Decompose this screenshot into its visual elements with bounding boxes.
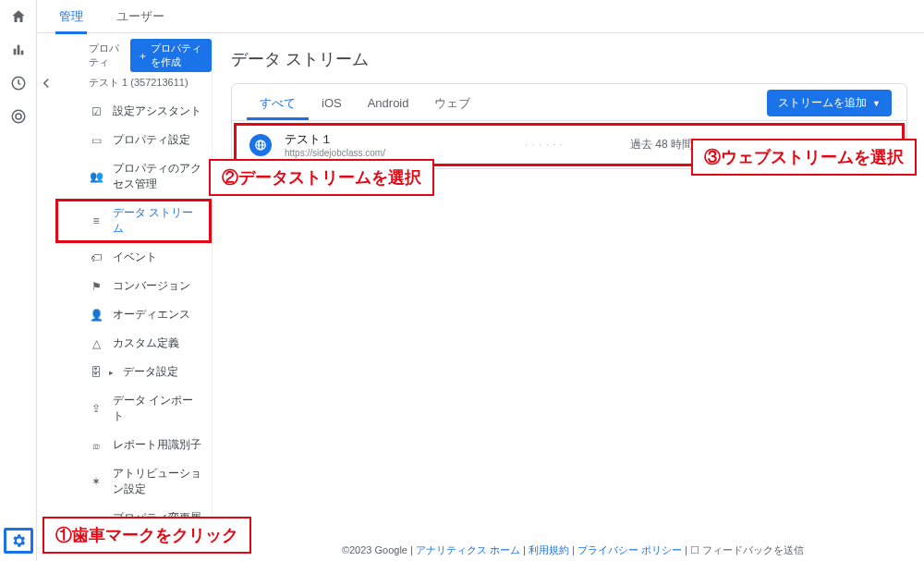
home-icon[interactable]: [9, 7, 28, 26]
explore-icon[interactable]: [9, 74, 28, 92]
page-title: データ ストリーム: [231, 48, 907, 70]
custom-icon: △: [89, 336, 103, 351]
menu-data-import[interactable]: ⇪データ インポート: [55, 386, 212, 431]
property-label: プロパティ: [89, 42, 125, 69]
property-name: テスト 1 (357213611): [55, 76, 212, 90]
tab-admin[interactable]: 管理: [55, 0, 87, 34]
admin-gear-button[interactable]: [4, 528, 33, 554]
data-icon: 🗄: [89, 365, 103, 380]
checklist-icon: ☑: [89, 104, 103, 119]
attribution-icon: ✶: [89, 474, 103, 489]
annotation-3: ③ウェブストリームを選択: [691, 139, 917, 176]
svg-rect-1: [17, 45, 19, 55]
tab-android[interactable]: Android: [355, 86, 422, 118]
id-icon: ⎄: [89, 438, 103, 453]
gear-icon: [10, 532, 27, 549]
menu-access-mgmt[interactable]: 👥プロパティのアクセス管理: [55, 154, 212, 199]
svg-rect-0: [13, 49, 16, 55]
menu-attribution[interactable]: ✶アトリビューション設定: [55, 459, 212, 504]
flag-icon: ⚑: [89, 279, 103, 294]
tag-icon: 🏷: [89, 250, 103, 265]
top-tabs: 管理 ユーザー: [37, 0, 924, 33]
chevron-down-icon: ▼: [872, 99, 881, 108]
annotation-2: ②データストリームを選択: [209, 159, 434, 196]
tab-web[interactable]: ウェブ: [421, 85, 483, 120]
advertising-icon[interactable]: [9, 107, 28, 126]
footer: ©2023 Google | アナリティクス ホーム | 利用規約 | プライバ…: [222, 543, 924, 557]
reports-icon[interactable]: [9, 41, 28, 59]
chevron-right-icon: ▸: [109, 368, 114, 377]
footer-privacy-link[interactable]: プライバシー ポリシー: [578, 544, 682, 555]
settings-panel-icon: ▭: [89, 133, 103, 148]
menu-setup-assistant[interactable]: ☑設定アシスタント: [55, 97, 212, 126]
svg-rect-2: [20, 51, 23, 55]
stream-name: テスト１: [285, 131, 469, 148]
property-sidebar: プロパティ ＋プロパティを作成 テスト 1 (357213611) ☑設定アシス…: [55, 37, 213, 535]
footer-terms-link[interactable]: 利用規約: [529, 544, 569, 555]
stream-type-tabs: すべて iOS Android ウェブ ストリームを追加▼: [232, 84, 906, 121]
footer-home-link[interactable]: アナリティクス ホーム: [416, 544, 520, 555]
left-nav-rail: [0, 0, 37, 561]
web-stream-icon: [249, 134, 272, 156]
menu-report-id[interactable]: ⎄レポート用識別子: [55, 431, 212, 459]
import-icon: ⇪: [89, 401, 103, 416]
tab-ios[interactable]: iOS: [309, 86, 355, 118]
menu-events[interactable]: 🏷イベント: [55, 243, 212, 272]
menu-data-settings[interactable]: 🗄▸データ設定: [55, 358, 212, 386]
back-button[interactable]: [37, 74, 55, 92]
audience-icon: 👤: [89, 308, 103, 323]
svg-point-5: [16, 114, 21, 119]
menu-data-streams[interactable]: ≡データ ストリーム: [55, 199, 212, 243]
add-stream-button[interactable]: ストリームを追加▼: [767, 90, 892, 116]
main-content: データ ストリーム すべて iOS Android ウェブ ストリームを追加▼ …: [222, 37, 917, 535]
footer-feedback[interactable]: ☐ フィードバックを送信: [690, 544, 804, 555]
menu-conversions[interactable]: ⚑コンバージョン: [55, 272, 212, 300]
stream-icon: ≡: [89, 213, 103, 228]
tab-all[interactable]: すべて: [247, 85, 309, 120]
menu-audiences[interactable]: 👤オーディエンス: [55, 300, 212, 329]
people-icon: 👥: [89, 169, 103, 184]
menu-property-settings[interactable]: ▭プロパティ設定: [55, 126, 212, 154]
annotation-1: ①歯車マークをクリック: [43, 517, 251, 554]
stream-id-redacted: · · · · · ·: [482, 140, 606, 150]
svg-point-4: [12, 110, 25, 123]
stream-url: https://sidejobclass.com/: [285, 148, 469, 158]
tab-user[interactable]: ユーザー: [113, 0, 168, 34]
menu-custom-def[interactable]: △カスタム定義: [55, 329, 212, 358]
create-property-button[interactable]: ＋プロパティを作成: [130, 39, 212, 72]
